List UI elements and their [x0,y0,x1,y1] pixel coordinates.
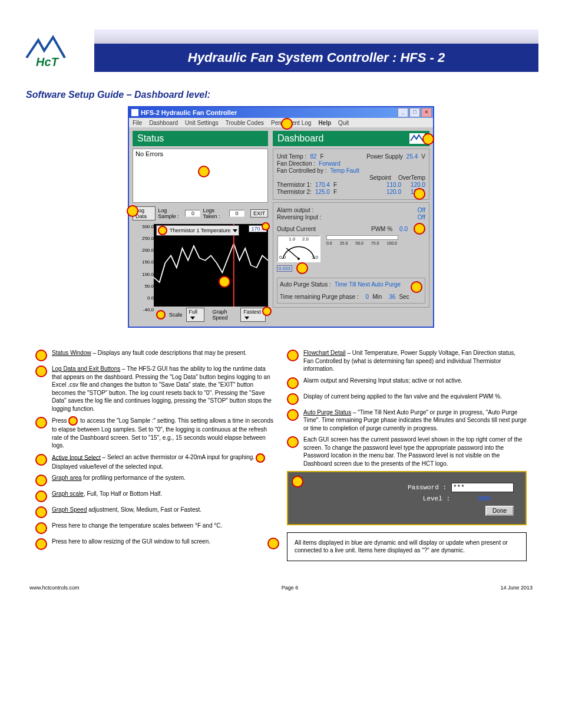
graph-y-axis: 300.0 250.0 200.0 150.0 100.0 50.0 0.0 -… [133,224,155,312]
chevron-down-icon [190,317,195,319]
callout-marker [281,118,293,130]
callout-marker [411,281,422,293]
gauge-tick: 3.0 [312,255,318,260]
desc-body: Press here to allow resizing of the GUI … [52,538,210,545]
y-tick: 200.0 [142,248,154,253]
desc-body: Display of current being applied to the … [303,393,502,400]
fan-direction-value: Forward [319,160,340,167]
power-supply-value: 25.4 [406,153,418,160]
callout-marker [287,393,299,405]
desc-body: adjustment, Slow, Medium, Fast or Fastes… [87,506,202,513]
desc-body: – Displays any fault code descriptions t… [91,350,247,356]
desc-body: Each GUI screen has the current password… [303,436,522,467]
y-tick: -40.0 [143,307,154,312]
callout-marker [35,417,47,429]
log-sample-value[interactable]: 0 [185,210,200,217]
app-screenshot: HFS-2 Hydraulic Fan Controller _ □ × Fil… [128,106,434,328]
password-input[interactable] [451,483,514,492]
callout-marker [127,205,138,217]
window-title: HFS-2 Hydraulic Fan Controller [141,109,237,116]
menu-help[interactable]: Help [318,120,331,126]
window-minimize-button[interactable]: _ [398,108,408,117]
status-panel-heading: Status [133,131,268,146]
graph-speed-value: Fastest [243,309,261,315]
window-maximize-button[interactable]: □ [409,108,420,117]
y-tick: 50.0 [144,284,154,289]
auto-purge-box: Auto Purge Status : Time Till Next Auto … [277,278,425,304]
callout-marker [292,476,303,487]
col-overtemp: OverTemp [398,174,425,181]
menubar: File Dashboard Unit Settings Trouble Cod… [129,118,433,127]
pwm-value: 0.0 [399,226,408,232]
y-tick: 150.0 [142,259,154,265]
callout-marker [267,538,279,549]
slider-tick: 75.0 [371,241,379,245]
reversing-input-value: Off [418,214,425,220]
callout-marker [287,350,299,361]
menu-dashboard[interactable]: Dashboard [149,120,178,126]
pwm-slider[interactable]: 0.0 25.0 50.0 75.0 100.0 [326,235,398,245]
dashboard-panel-heading: Dashboard [273,131,429,146]
scale-label: Scale [169,312,183,318]
password-box: Password : Level : OEM Done [287,471,527,525]
description-left-column: Status Window – Displays any fault code … [35,345,275,561]
graph-area [154,224,268,307]
thermistor1-overtemp: 120.0 [411,182,425,188]
slider-tick: 100.0 [386,241,397,245]
callout-marker [35,490,47,502]
desc-title: Auto Purge Status [303,409,351,416]
window-titlebar: HFS-2 Hydraulic Fan Controller _ □ × [129,107,433,118]
desc-title: Flowchart Detail [303,350,346,356]
password-level-label: Level : [403,495,450,503]
purge-sec: 36 [389,294,395,300]
purge-min-unit: Min [372,294,382,300]
gauge-tick: 0.0 [279,255,286,260]
callout-marker [198,166,210,177]
thermistor2-value: 125.0 [315,189,330,195]
hct-logo: HcT [24,34,71,68]
thermistor2-setpoint: 120.0 [386,189,401,195]
callout-marker [35,365,47,377]
thermistor2-label: Thermistor 2: [277,189,312,195]
y-tick: 300.0 [142,224,154,229]
desc-title: Graph area [52,475,82,481]
desc-title: Graph scale [52,490,84,497]
window-close-button[interactable]: × [421,108,432,117]
note-text: All items displayed in blue are dynamic … [295,539,508,554]
menu-quit[interactable]: Quit [338,120,349,126]
purge-status-value: Time Till Next Auto Purge [335,281,401,293]
footer-left: www.hctcontrols.com [29,585,80,591]
unit-temp-unit: F [320,153,324,160]
scale-value: Full [189,309,198,315]
menu-file[interactable]: File [133,120,142,126]
slider-tick: 25.0 [340,241,348,245]
pwm-label: PWM % [371,226,392,232]
dashboard-info-pane: Unit Temp : 82 F Power Supply 25.4 V Fan… [273,149,429,200]
purge-min: 0 [366,294,369,300]
status-heading-text: Status [137,133,164,144]
exit-button[interactable]: EXIT [250,209,268,218]
callout-marker [35,454,47,466]
callout-marker [287,377,299,389]
svg-line-2 [286,248,299,259]
menu-trouble-codes[interactable]: Trouble Codes [226,120,264,126]
callout-marker [35,506,47,518]
callout-marker [296,262,308,274]
menu-unit-settings[interactable]: Unit Settings [185,120,219,126]
thermistor-select[interactable]: Thermistor 1 Temperature [156,225,239,236]
slider-tick: 0.0 [326,241,332,245]
output-current-gauge: 0.0 1.0 2.0 3.0 [277,235,320,262]
graph-footer: Scale Full Graph Speed Fastest [154,307,268,323]
gauge-tick: 1.0 [289,236,295,242]
password-done-button[interactable]: Done [485,506,514,516]
callout-marker [262,222,270,230]
callout-marker [262,307,272,316]
callout-marker [35,350,47,361]
callout-marker [219,276,230,288]
desc-title: Log Data and Exit Buttons [52,365,120,372]
scale-select[interactable]: Full [186,308,204,322]
desc-title: Graph Speed [52,506,87,513]
purge-sec-unit: Sec [399,294,409,300]
footer-right: 14 June 2013 [500,585,533,591]
gauge-tick: 2.0 [302,236,309,242]
